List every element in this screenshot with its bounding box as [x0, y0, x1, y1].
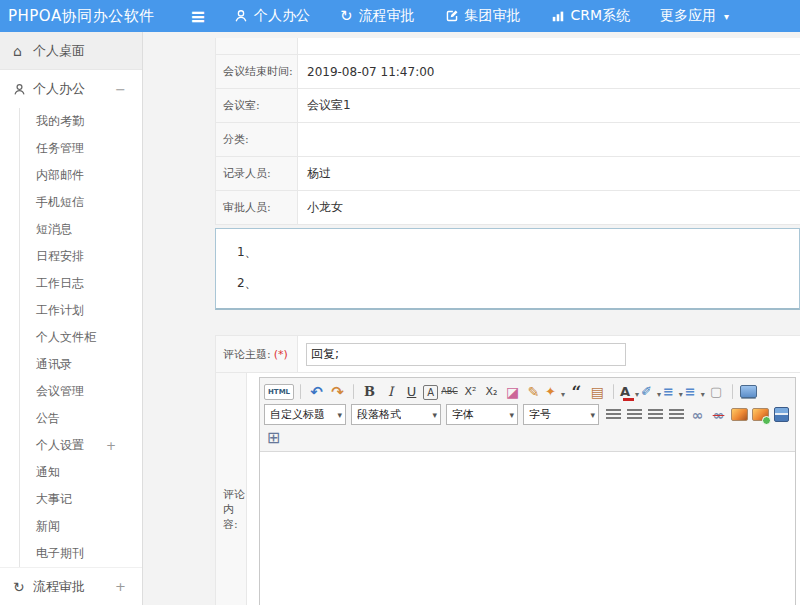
row-label: 会议结束时间: — [216, 55, 298, 88]
eraser-icon[interactable]: ◪ — [503, 382, 522, 402]
expand-icon: + — [115, 579, 142, 594]
sidebar-subitem[interactable]: 手机短信 — [20, 189, 142, 216]
table-rows: 会议结束时间: 2019-08-07 11:47:00 会议室: 会议室1 分类… — [216, 55, 800, 225]
table-row: 记录人员: 杨过 — [216, 157, 800, 191]
row-value: 小龙女 — [298, 191, 800, 224]
insert-image-icon[interactable] — [751, 405, 770, 425]
sidebar-subitem[interactable]: 个人设置 + — [20, 432, 142, 459]
table-row — [216, 38, 800, 55]
sidebar-item-personal-office[interactable]: 个人办公 − — [0, 70, 142, 108]
editor-toolbar-row1: HTML ↶ ↷ B I — [263, 380, 792, 403]
subscript-icon[interactable]: X₂ — [482, 382, 501, 402]
meeting-detail-table: 会议结束时间: 2019-08-07 11:47:00 会议室: 会议室1 分类… — [215, 38, 800, 225]
process-icon: ↻ — [340, 9, 353, 24]
sidebar-subitem[interactable]: 通知 — [20, 459, 142, 486]
sidebar-subitem[interactable]: 任务管理 — [20, 135, 142, 162]
sidebar-subitem[interactable]: 公告 — [20, 405, 142, 432]
sidebar-subitem[interactable]: 工作计划 — [20, 297, 142, 324]
strikethrough-icon[interactable]: ABC — [440, 382, 459, 402]
redo-icon[interactable]: ↷ — [328, 382, 347, 402]
sidebar-submenu: 我的考勤 任务管理 内部邮件 手机短信 短消息 — [19, 108, 142, 567]
ordered-list-icon[interactable]: ≡ — [663, 382, 683, 402]
row-label: 会议室: — [216, 89, 298, 122]
bar-chart-icon — [551, 9, 565, 23]
sidebar-subitem[interactable]: 工作日志 — [20, 270, 142, 297]
rich-text-editor: HTML ↶ ↷ B I — [259, 377, 796, 605]
sidebar-subitem[interactable]: 新闻 — [20, 513, 142, 540]
editor-toolbar-row3: ⊞ — [263, 426, 792, 449]
app: { "colors": { "topbar_bg": "#4798eb", "r… — [0, 0, 800, 605]
superscript-icon[interactable]: X² — [461, 382, 480, 402]
comment-content-label: 评论内容: — [216, 373, 247, 605]
sidebar-subitem[interactable]: 会议管理 — [20, 378, 142, 405]
person-icon — [13, 83, 33, 96]
row-value: 2019-08-07 11:47:00 — [298, 55, 800, 88]
row-value: 杨过 — [298, 157, 800, 190]
nav-workflow-approval[interactable]: ↻ 流程审批 — [340, 7, 415, 25]
font-family-select[interactable]: 字体 — [446, 404, 518, 425]
italic-icon[interactable]: I — [381, 382, 400, 402]
sidebar-subitem[interactable]: 通讯录 — [20, 351, 142, 378]
undo-icon[interactable]: ↶ — [307, 382, 326, 402]
comment-content-row: 评论内容: HTML ↶ ↷ — [216, 373, 800, 605]
new-page-icon[interactable]: ▢ — [707, 382, 726, 402]
paragraph-format-select[interactable]: 段落格式 — [351, 404, 441, 425]
unlink-icon[interactable]: ∞ — [709, 405, 728, 425]
editor-content-area[interactable] — [260, 452, 795, 605]
align-left-icon[interactable] — [604, 405, 623, 425]
link-icon[interactable]: ∞ — [688, 405, 707, 425]
separator — [353, 384, 354, 399]
editor-toolbar: HTML ↶ ↷ B I — [260, 378, 795, 452]
font-color-icon[interactable]: A — [620, 382, 639, 402]
separator — [300, 384, 301, 399]
home-icon: ⌂ — [13, 43, 33, 59]
table-row: 会议结束时间: 2019-08-07 11:47:00 — [216, 55, 800, 89]
comment-subject-input[interactable] — [306, 343, 626, 366]
underline-icon[interactable]: U — [402, 382, 421, 402]
align-justify-icon[interactable] — [667, 405, 686, 425]
table-row: 审批人员: 小龙女 — [216, 191, 800, 225]
sidebar-subitem[interactable]: 短消息 — [20, 216, 142, 243]
html-source-button[interactable]: HTML — [264, 384, 294, 400]
comment-subject-row: 评论主题: (*) — [216, 336, 800, 373]
sidebar-subitem[interactable]: 大事记 — [20, 486, 142, 513]
highlight-color-icon[interactable]: ✐ — [641, 382, 661, 402]
menu-toggle-icon[interactable]: ≡ — [190, 7, 206, 26]
chevron-down-icon: ▾ — [724, 11, 729, 22]
align-center-icon[interactable] — [625, 405, 644, 425]
app-logo: PHPOA协同办公软件 — [0, 7, 190, 26]
table-icon[interactable]: ⊞ — [264, 428, 283, 448]
sidebar-item-workflow-approval[interactable]: ↻ 流程审批 + — [0, 567, 142, 605]
collapse-icon: − — [115, 82, 142, 97]
bold-icon[interactable]: B — [360, 382, 379, 402]
nav-group-approval[interactable]: 集团审批 — [445, 7, 521, 25]
nav-crm-system[interactable]: CRM系统 — [551, 7, 631, 25]
media-icon[interactable] — [772, 405, 791, 425]
heading-select[interactable]: 自定义标题 — [264, 404, 346, 425]
paste-text-icon[interactable]: ▤ — [588, 382, 607, 402]
required-mark: (*) — [274, 348, 288, 361]
image-icon[interactable] — [730, 405, 749, 425]
sidebar-subitem[interactable]: 日程安排 — [20, 243, 142, 270]
row-label: 分类: — [216, 123, 298, 156]
summary-line: 2、 — [237, 275, 799, 292]
align-right-icon[interactable] — [646, 405, 665, 425]
fullscreen-icon[interactable] — [739, 382, 758, 402]
sidebar-subitem[interactable]: 电子期刊 — [20, 540, 142, 567]
font-attr-icon[interactable]: A — [423, 385, 438, 400]
nav-personal-office[interactable]: 个人办公 — [234, 7, 310, 25]
sidebar-subitem[interactable]: 个人文件柜 — [20, 324, 142, 351]
font-size-select[interactable]: 字号 — [523, 404, 599, 425]
auto-format-icon[interactable]: ✦ — [545, 382, 565, 402]
sidebar: ⌂ 个人桌面 个人办公 − 我的考勤 任务管理 内部邮件 — [0, 32, 143, 605]
sidebar-item-desktop[interactable]: ⌂ 个人桌面 — [0, 32, 142, 70]
edit-icon — [445, 9, 459, 23]
sidebar-subitem[interactable]: 内部邮件 — [20, 162, 142, 189]
nav-more-apps[interactable]: 更多应用 ▾ — [660, 7, 729, 25]
row-value: 会议室1 — [298, 89, 800, 122]
unordered-list-icon[interactable]: ≡ — [685, 382, 705, 402]
sidebar-subitem[interactable]: 我的考勤 — [20, 108, 142, 135]
format-brush-icon[interactable]: ✎ — [524, 382, 543, 402]
blockquote-icon[interactable]: “ — [567, 382, 586, 402]
comment-subject-label: 评论主题: (*) — [216, 336, 298, 372]
